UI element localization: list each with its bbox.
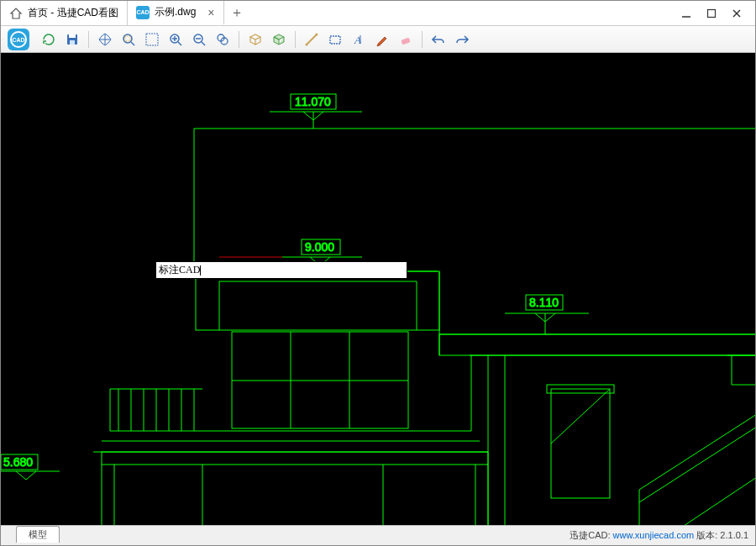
separator	[422, 31, 423, 48]
svg-line-23	[307, 34, 317, 45]
svg-rect-50	[439, 334, 755, 355]
svg-rect-79	[551, 389, 610, 498]
svg-rect-41	[196, 271, 439, 330]
separator	[239, 31, 239, 48]
svg-point-25	[316, 33, 318, 35]
home-icon	[9, 7, 23, 20]
svg-text:11.070: 11.070	[295, 95, 331, 108]
website-link[interactable]: www.xunjiecad.com	[613, 530, 695, 540]
text-button[interactable]: A	[348, 29, 370, 50]
view-iso-button[interactable]	[268, 29, 290, 50]
svg-point-24	[306, 43, 308, 45]
undo-button[interactable]	[428, 29, 449, 50]
app-logo-icon: CAD	[6, 27, 31, 52]
minimize-button[interactable]	[678, 5, 695, 22]
separator	[295, 31, 296, 48]
titlebar: 首页 - 迅捷CAD看图 CAD 示例.dwg × ＋	[1, 1, 755, 26]
redo-button[interactable]	[451, 29, 473, 50]
tab-home[interactable]: 首页 - 迅捷CAD看图	[1, 1, 128, 25]
model-tab[interactable]: 模型	[16, 526, 60, 543]
svg-line-85	[639, 427, 755, 502]
modify-button[interactable]	[371, 29, 393, 50]
svg-rect-26	[330, 36, 340, 44]
window-controls	[668, 1, 755, 25]
erase-button[interactable]	[395, 29, 417, 50]
tab-home-label: 首页 - 迅捷CAD看图	[28, 6, 118, 20]
statusbar: 模型 迅捷CAD: www.xunjiecad.com 版本: 2.1.0.1	[1, 525, 755, 545]
toolbar: CAD A	[1, 26, 755, 53]
tab-close-icon[interactable]: ×	[207, 6, 214, 19]
zoom-in-button[interactable]	[165, 29, 186, 50]
text-annotation-input[interactable]: 标注CAD	[155, 261, 407, 279]
svg-line-84	[639, 414, 755, 490]
svg-line-80	[551, 389, 610, 444]
close-button[interactable]	[728, 5, 745, 22]
svg-line-11	[131, 42, 134, 45]
area-button[interactable]	[324, 29, 346, 50]
svg-rect-73	[102, 452, 488, 525]
tab-file-label: 示例.dwg	[155, 5, 196, 19]
maximize-button[interactable]	[703, 5, 720, 22]
cad-drawing: 11.070 9.000	[1, 53, 755, 525]
svg-text:5.680: 5.680	[3, 455, 33, 469]
refresh-button[interactable]	[38, 29, 60, 50]
svg-rect-12	[125, 36, 130, 41]
zoom-extent-button[interactable]	[118, 29, 139, 50]
svg-rect-9	[70, 40, 75, 45]
svg-line-15	[178, 42, 181, 45]
svg-rect-8	[69, 34, 76, 38]
tab-file[interactable]: CAD 示例.dwg ×	[128, 1, 224, 25]
zoom-realtime-button[interactable]	[212, 29, 234, 50]
svg-text:CAD: CAD	[12, 37, 24, 43]
svg-rect-1	[708, 9, 716, 17]
save-button[interactable]	[61, 29, 83, 50]
svg-rect-29	[401, 37, 410, 45]
view-3d-button[interactable]	[244, 29, 266, 50]
separator	[88, 31, 89, 48]
svg-line-19	[202, 42, 205, 45]
measure-button[interactable]	[301, 29, 323, 50]
cad-file-icon: CAD	[136, 6, 150, 19]
pan-button[interactable]	[94, 29, 116, 50]
svg-rect-13	[146, 34, 158, 45]
svg-text:8.110: 8.110	[529, 296, 559, 309]
svg-text:9.000: 9.000	[305, 240, 334, 254]
zoom-window-button[interactable]	[141, 29, 163, 50]
status-info: 迅捷CAD: www.xunjiecad.com 版本: 2.1.0.1	[570, 529, 748, 542]
new-tab-button[interactable]: ＋	[224, 1, 249, 25]
svg-line-87	[681, 477, 755, 525]
zoom-out-button[interactable]	[188, 29, 210, 50]
drawing-canvas[interactable]: 11.070 9.000	[1, 53, 755, 525]
